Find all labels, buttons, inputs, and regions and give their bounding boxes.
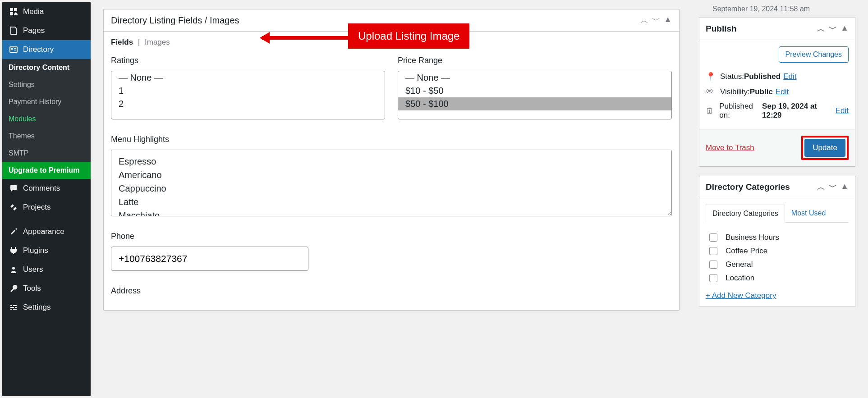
media-icon — [9, 7, 18, 17]
price-option-none[interactable]: — None — — [398, 71, 671, 84]
sidebar-sub-modules[interactable]: Modules — [2, 110, 91, 128]
triangle-up-icon[interactable]: ▲ — [664, 15, 672, 26]
right-sidebar: September 19, 2024 11:58 am Publish ︿ ﹀ … — [699, 0, 855, 316]
chevron-up-icon[interactable]: ︿ — [640, 15, 648, 26]
update-highlight: Update — [801, 136, 849, 160]
category-item[interactable]: Business Hours — [706, 231, 849, 244]
menu-item: Americano — [119, 168, 664, 182]
tab-images[interactable]: Images — [145, 38, 170, 46]
category-label: General — [726, 260, 753, 269]
status-value: Published — [744, 72, 781, 81]
chevron-down-icon[interactable]: ﹀ — [652, 15, 660, 26]
svg-rect-1 — [11, 48, 13, 50]
edit-visibility-link[interactable]: Edit — [776, 87, 789, 96]
phone-label: Phone — [111, 232, 672, 241]
sidebar-label: Settings — [23, 303, 51, 312]
sidebar-item-comments[interactable]: Comments — [2, 179, 91, 198]
publish-title: Publish — [706, 24, 737, 34]
sidebar-item-appearance[interactable]: Appearance — [2, 222, 91, 241]
calendar-icon: 🗓 — [706, 106, 715, 116]
sidebar-label: Tools — [23, 284, 41, 293]
sidebar-label: Pages — [23, 26, 45, 35]
price-option-2[interactable]: $50 - $100 — [398, 97, 671, 110]
menu-highlights-textarea[interactable]: Espresso Americano Cappuccino Latte Macc… — [111, 150, 672, 216]
svg-point-4 — [12, 267, 15, 270]
chevron-down-icon[interactable]: ﹀ — [829, 182, 837, 192]
category-item[interactable]: Location — [706, 271, 849, 285]
checkbox[interactable] — [709, 247, 717, 255]
directory-icon — [9, 45, 18, 55]
sidebar-sub-themes[interactable]: Themes — [2, 128, 91, 145]
sidebar-item-pages[interactable]: Pages — [2, 21, 91, 40]
visibility-row: 👁 Visibility: Public Edit — [706, 84, 849, 99]
category-tabs: Directory Categories Most Used — [706, 205, 849, 223]
menu-item: Cappuccino — [119, 182, 664, 195]
triangle-up-icon[interactable]: ▲ — [840, 23, 849, 34]
ratings-select[interactable]: — None — 1 2 — [111, 71, 385, 119]
category-item[interactable]: Coffee Price — [706, 244, 849, 258]
sidebar-item-media[interactable]: Media — [2, 2, 91, 21]
svg-rect-0 — [10, 47, 17, 52]
price-range-label: Price Range — [398, 56, 672, 65]
add-new-category-link[interactable]: + Add New Category — [706, 291, 849, 300]
svg-rect-6 — [13, 305, 17, 306]
visibility-label: Visibility: — [720, 87, 750, 96]
publish-box: Publish ︿ ﹀ ▲ Preview Changes 📍 Status: … — [699, 18, 855, 167]
edit-status-link[interactable]: Edit — [783, 72, 796, 81]
phone-input[interactable] — [111, 247, 308, 271]
tab-fields[interactable]: Fields — [111, 38, 133, 46]
sidebar-label: Plugins — [23, 246, 48, 255]
eye-icon: 👁 — [706, 87, 716, 96]
category-list: Business Hours Coffee Price General Loca… — [706, 229, 849, 291]
appearance-icon — [9, 227, 18, 237]
sidebar-sub-upgrade[interactable]: Upgrade to Premium — [2, 162, 91, 179]
update-button[interactable]: Update — [804, 139, 845, 157]
projects-icon — [9, 202, 18, 212]
checkbox[interactable] — [709, 233, 717, 242]
chevron-down-icon[interactable]: ﹀ — [829, 23, 837, 34]
sidebar-item-settings[interactable]: Settings — [2, 298, 91, 317]
menu-item: Latte — [119, 195, 664, 209]
pages-icon — [9, 26, 18, 36]
sidebar-sub-payment[interactable]: Payment History — [2, 93, 91, 110]
sidebar-item-users[interactable]: Users — [2, 260, 91, 279]
sidebar-label: Directory — [23, 45, 54, 54]
preview-changes-button[interactable]: Preview Changes — [779, 46, 849, 63]
chevron-up-icon[interactable]: ︿ — [817, 23, 825, 34]
category-label: Business Hours — [726, 233, 779, 242]
sidebar-sub-content[interactable]: Directory Content — [2, 59, 91, 76]
sidebar-item-tools[interactable]: Tools — [2, 279, 91, 298]
ratings-option-1[interactable]: 1 — [111, 84, 385, 97]
settings-icon — [9, 302, 18, 312]
triangle-up-icon[interactable]: ▲ — [840, 182, 849, 192]
sidebar-item-directory[interactable]: Directory — [2, 40, 91, 59]
visibility-value: Public — [750, 87, 773, 96]
sidebar-sub-settings[interactable]: Settings — [2, 76, 91, 93]
publish-actions: Move to Trash Update — [699, 129, 855, 166]
svg-rect-10 — [13, 309, 17, 310]
chevron-up-icon[interactable]: ︿ — [817, 182, 825, 192]
ratings-option-none[interactable]: — None — — [111, 71, 385, 84]
cat-tab-most-used[interactable]: Most Used — [785, 205, 832, 222]
tools-icon — [9, 284, 18, 293]
svg-rect-9 — [10, 309, 12, 310]
sidebar-item-plugins[interactable]: Plugins — [2, 241, 91, 260]
ratings-option-2[interactable]: 2 — [111, 97, 385, 110]
menu-item: Macchiato — [119, 209, 664, 216]
sidebar-sub-smtp[interactable]: SMTP — [2, 145, 91, 162]
cat-tab-all[interactable]: Directory Categories — [706, 205, 785, 223]
price-range-select[interactable]: — None — $10 - $50 $50 - $100 — [398, 71, 672, 119]
panel-title: Directory Listing Fields / Images — [111, 15, 239, 26]
categories-title: Directory Categories — [706, 182, 790, 192]
published-label: Published on: — [719, 102, 762, 120]
move-to-trash-link[interactable]: Move to Trash — [706, 143, 754, 152]
checkbox[interactable] — [709, 274, 717, 282]
category-item[interactable]: General — [706, 258, 849, 271]
sidebar-item-projects[interactable]: Projects — [2, 198, 91, 217]
status-label: Status: — [720, 72, 744, 81]
sidebar-label: Projects — [23, 203, 51, 212]
price-option-1[interactable]: $10 - $50 — [398, 84, 671, 97]
checkbox[interactable] — [709, 261, 717, 269]
sidebar-label: Appearance — [23, 227, 64, 236]
edit-published-link[interactable]: Edit — [836, 106, 849, 115]
